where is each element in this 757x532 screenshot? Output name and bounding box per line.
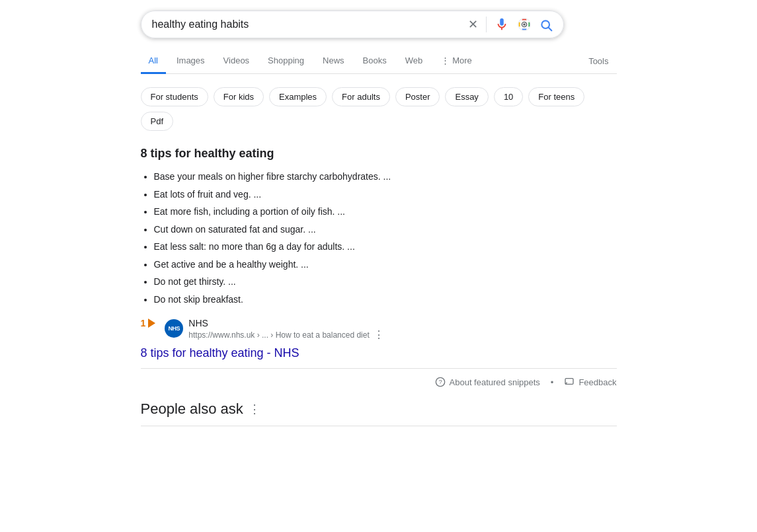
clear-icon[interactable]: ✕ [468,19,478,30]
chip-for-adults[interactable]: For adults [332,87,390,106]
microphone-icon[interactable] [495,17,509,32]
snippet-footer: ? About featured snippets • Feedback [141,368,617,387]
tab-images[interactable]: Images [169,49,213,74]
question-circle-icon: ? [435,377,446,387]
snippet-title: 8 tips for healthy eating [141,147,617,161]
search-input[interactable] [152,19,468,30]
tab-more[interactable]: ⋮ More [433,49,480,74]
play-icon [148,319,155,328]
more-label: More [452,56,472,65]
source-number-badge: 1 [141,318,156,328]
search-icon[interactable] [539,17,553,32]
snippet-list: Base your meals on higher fibre starchy … [141,169,617,307]
tab-videos[interactable]: Videos [216,49,258,74]
filter-chips: For students For kids Examples For adult… [141,82,617,131]
feedback-icon [564,377,575,387]
feedback-item[interactable]: Feedback [564,377,616,387]
site-url-row: https://www.nhs.uk › ... › How to eat a … [188,328,383,341]
snippet-link[interactable]: 8 tips for healthy eating - NHS [141,346,617,360]
site-url-text: https://www.nhs.uk › ... › How to eat a … [188,330,369,340]
chip-pdf[interactable]: Pdf [141,112,174,131]
featured-snippet: 8 tips for healthy eating Base your meal… [141,147,617,387]
tab-web[interactable]: Web [397,49,431,74]
list-item: Do not get thirsty. ... [154,274,617,290]
source-options-icon[interactable]: ⋮ [374,328,384,341]
page-wrapper: ✕ [128,0,630,437]
about-snippets-item[interactable]: ? About featured snippets [435,377,540,387]
chip-examples[interactable]: Examples [269,87,327,106]
footer-dot: • [551,377,554,387]
list-item: Eat less salt: no more than 6g a day for… [154,239,617,255]
people-ask-options-icon[interactable]: ⋮ [249,402,260,416]
nav-tabs: All Images Videos Shopping News Books We… [141,49,617,74]
chip-for-students[interactable]: For students [141,87,208,106]
chip-10[interactable]: 10 [494,87,523,106]
chip-poster[interactable]: Poster [395,87,440,106]
tab-shopping[interactable]: Shopping [260,49,312,74]
more-dots-icon: ⋮ [441,56,450,65]
site-name: NHS [188,318,383,328]
about-snippets-label: About featured snippets [450,377,540,387]
people-also-ask-header: People also ask ⋮ [141,400,617,426]
people-also-ask-title: People also ask [141,400,243,418]
source-number: 1 [141,318,146,328]
list-item: Do not skip breakfast. [154,291,617,308]
search-bar: ✕ [141,11,564,38]
list-item: Cut down on saturated fat and sugar. ... [154,221,617,238]
people-also-ask-section: People also ask ⋮ [141,400,617,426]
search-icons: ✕ [468,17,553,32]
site-logo: NHS [165,319,183,338]
svg-line-4 [548,28,551,31]
svg-point-2 [523,23,526,26]
tab-all[interactable]: All [141,49,166,74]
chip-for-kids[interactable]: For kids [214,87,264,106]
search-divider [486,17,487,32]
lens-icon[interactable] [517,17,532,32]
list-item: Get active and be a healthy weight. ... [154,256,617,273]
list-item: Eat lots of fruit and veg. ... [154,186,617,203]
tools-tab[interactable]: Tools [580,50,616,73]
list-item: Base your meals on higher fibre starchy … [154,169,617,185]
feedback-label: Feedback [578,377,616,387]
tab-news[interactable]: News [315,49,352,74]
svg-text:?: ? [438,379,442,385]
list-item: Eat more fish, including a portion of oi… [154,204,617,220]
chip-essay[interactable]: Essay [445,87,488,106]
tab-books[interactable]: Books [355,49,395,74]
source-info: NHS https://www.nhs.uk › ... › How to ea… [188,318,383,341]
chip-for-teens[interactable]: For teens [528,87,584,106]
